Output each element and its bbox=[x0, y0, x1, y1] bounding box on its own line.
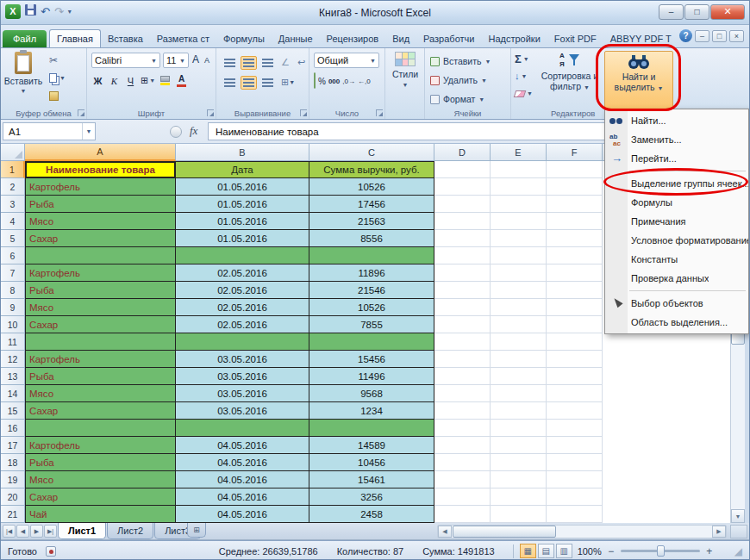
cell-F18[interactable] bbox=[547, 454, 603, 471]
row-header-3[interactable]: 3 bbox=[1, 196, 25, 213]
currency-format-button[interactable] bbox=[314, 73, 316, 89]
cell-C20[interactable]: 3256 bbox=[309, 488, 434, 506]
cell-B16[interactable] bbox=[176, 420, 309, 437]
cell-B18[interactable]: 04.05.2016 bbox=[176, 454, 309, 471]
cell-F1[interactable] bbox=[547, 161, 603, 178]
shrink-font-button[interactable]: А bbox=[204, 56, 209, 65]
ribbon-tab-file[interactable]: Файл bbox=[3, 30, 47, 47]
row-header-10[interactable]: 10 bbox=[1, 316, 25, 333]
cell-B5[interactable]: 01.05.2016 bbox=[176, 230, 309, 247]
qat-customize-icon[interactable]: ▾ bbox=[68, 8, 72, 16]
thousands-format-button[interactable]: 000 bbox=[328, 78, 340, 85]
align-middle-button[interactable] bbox=[241, 56, 257, 70]
column-header-B[interactable]: B bbox=[176, 144, 309, 161]
row-header-19[interactable]: 19 bbox=[1, 471, 25, 488]
next-sheet-icon[interactable]: ▶ bbox=[30, 525, 43, 538]
save-icon[interactable] bbox=[25, 4, 36, 19]
cell-F17[interactable] bbox=[547, 437, 603, 454]
cell-C21[interactable]: 2458 bbox=[309, 506, 434, 523]
scroll-right-icon[interactable]: ▶ bbox=[712, 526, 726, 538]
redo-icon[interactable]: ↷ bbox=[54, 5, 64, 19]
menu-item-notes[interactable]: Примечания bbox=[605, 212, 748, 231]
cell-D21[interactable] bbox=[434, 506, 491, 523]
cell-C2[interactable]: 10526 bbox=[309, 178, 434, 196]
column-header-F[interactable]: F bbox=[547, 144, 603, 161]
orientation-button[interactable]: ∠ bbox=[278, 54, 292, 71]
cell-F9[interactable] bbox=[547, 299, 603, 316]
cell-A12[interactable]: Картофель bbox=[25, 351, 176, 368]
cell-B6[interactable] bbox=[176, 247, 309, 264]
cell-D6[interactable] bbox=[434, 247, 491, 264]
row-header-5[interactable]: 5 bbox=[1, 230, 25, 247]
cell-A16[interactable] bbox=[25, 420, 176, 437]
font-name-combo[interactable]: Calibri▼ bbox=[91, 53, 160, 68]
prev-sheet-icon[interactable]: ◀ bbox=[16, 525, 29, 538]
cell-A8[interactable]: Рыба bbox=[25, 282, 176, 299]
cell-A4[interactable]: Мясо bbox=[25, 213, 176, 230]
menu-item-goto[interactable]: Перейти... bbox=[605, 149, 748, 168]
cell-A18[interactable]: Рыба bbox=[25, 454, 176, 471]
zoom-level[interactable]: 100% bbox=[578, 546, 602, 557]
cell-E7[interactable] bbox=[491, 264, 547, 282]
cell-C15[interactable]: 1234 bbox=[309, 402, 434, 420]
ribbon-tab-view[interactable]: Вид bbox=[385, 30, 416, 47]
cell-C5[interactable]: 8556 bbox=[309, 230, 434, 247]
format-cells-button[interactable]: Формат▼ bbox=[430, 92, 484, 106]
cell-F16[interactable] bbox=[547, 420, 603, 437]
cell-E1[interactable] bbox=[491, 161, 547, 178]
cell-F21[interactable] bbox=[547, 506, 603, 523]
cell-D9[interactable] bbox=[434, 299, 491, 316]
menu-item-conditional-formatting[interactable]: Условное форматирование bbox=[605, 231, 748, 250]
insert-function-icon[interactable] bbox=[170, 126, 182, 138]
dialog-launcher-icon[interactable] bbox=[207, 109, 214, 116]
cell-F14[interactable] bbox=[547, 385, 603, 402]
cell-D20[interactable] bbox=[434, 488, 491, 506]
zoom-track[interactable] bbox=[621, 550, 700, 552]
grow-font-button[interactable]: А bbox=[192, 53, 199, 65]
ribbon-tab-review[interactable]: Рецензиров bbox=[320, 30, 386, 47]
horizontal-scroll-thumb[interactable] bbox=[453, 526, 556, 538]
zoom-slider[interactable]: − + bbox=[607, 545, 714, 557]
cell-D11[interactable] bbox=[434, 333, 491, 351]
row-header-21[interactable]: 21 bbox=[1, 506, 25, 523]
row-header-14[interactable]: 14 bbox=[1, 385, 25, 402]
row-header-9[interactable]: 9 bbox=[1, 299, 25, 316]
font-color-button[interactable]: А bbox=[175, 73, 188, 88]
column-header-D[interactable]: D bbox=[434, 144, 491, 161]
cell-E5[interactable] bbox=[491, 230, 547, 247]
decrease-decimal-button[interactable]: ←,0 bbox=[358, 78, 371, 85]
page-layout-view-icon[interactable]: ▤ bbox=[538, 544, 554, 558]
cell-D18[interactable] bbox=[434, 454, 491, 471]
fill-color-button[interactable] bbox=[159, 73, 172, 88]
cell-F13[interactable] bbox=[547, 368, 603, 385]
align-bottom-button[interactable] bbox=[259, 56, 276, 70]
cell-B14[interactable]: 03.05.2016 bbox=[176, 385, 309, 402]
sheet-tab-sheet1[interactable]: Лист1 bbox=[58, 523, 106, 539]
cell-E14[interactable] bbox=[491, 385, 547, 402]
cell-B7[interactable]: 02.05.2016 bbox=[176, 264, 309, 282]
cell-B15[interactable]: 03.05.2016 bbox=[176, 402, 309, 420]
cell-E21[interactable] bbox=[491, 506, 547, 523]
cell-A17[interactable]: Картофель bbox=[25, 437, 176, 454]
copy-button[interactable]: ▼ bbox=[49, 72, 66, 84]
cell-E2[interactable] bbox=[491, 178, 547, 196]
cell-F6[interactable] bbox=[547, 247, 603, 264]
row-header-4[interactable]: 4 bbox=[1, 213, 25, 230]
menu-item-select-group-of-cells[interactable]: Выделение группы ячеек... bbox=[605, 174, 748, 193]
resize-grip-icon[interactable]: ◢ bbox=[734, 546, 742, 557]
sheet-tab-sheet2[interactable]: Лист2 bbox=[107, 523, 153, 539]
cut-button[interactable]: ✂ bbox=[49, 54, 66, 65]
dialog-launcher-icon[interactable] bbox=[300, 109, 307, 116]
increase-decimal-button[interactable]: ,0→ bbox=[342, 78, 355, 85]
cell-E20[interactable] bbox=[491, 488, 547, 506]
column-header-E[interactable]: E bbox=[491, 144, 547, 161]
row-header-16[interactable]: 16 bbox=[1, 420, 25, 437]
cell-E9[interactable] bbox=[491, 299, 547, 316]
fill-button[interactable]: ↓▼ bbox=[515, 71, 533, 82]
cell-E4[interactable] bbox=[491, 213, 547, 230]
menu-item-selection-pane[interactable]: Область выделения... bbox=[605, 313, 748, 332]
cell-A9[interactable]: Мясо bbox=[25, 299, 176, 316]
font-size-combo[interactable]: 11▼ bbox=[163, 53, 189, 68]
workbook-close-icon[interactable]: × bbox=[729, 30, 744, 42]
page-break-view-icon[interactable]: ▥ bbox=[556, 544, 572, 558]
